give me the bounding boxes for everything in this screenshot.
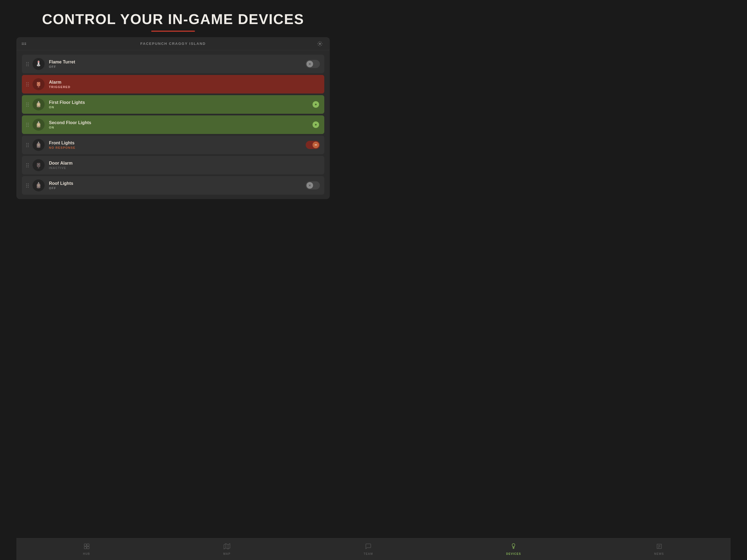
device-icon-light [32,119,45,131]
title-underline [151,31,195,32]
drag-handle[interactable] [26,163,29,167]
svg-point-20 [37,144,40,146]
drag-handle[interactable] [26,123,29,127]
svg-point-26 [38,164,39,165]
device-info: Second Floor Lights ON [49,120,306,129]
svg-point-14 [315,104,317,105]
svg-rect-9 [38,86,40,87]
svg-point-4 [38,61,39,62]
device-info: Alarm TRIGGERED [49,80,320,88]
toggle-button[interactable] [306,121,320,129]
device-row: Roof Lights OFF [22,176,324,195]
device-status: TRIGGERED [49,85,320,88]
drag-handle[interactable] [26,82,29,86]
svg-point-10 [38,83,39,84]
svg-point-18 [315,124,317,126]
drag-handle[interactable] [26,183,29,187]
device-name: Door Alarm [49,161,320,166]
device-name: Front Lights [49,141,306,146]
svg-rect-17 [38,121,39,123]
toggle-button[interactable] [306,141,320,149]
drag-handle[interactable] [26,103,29,107]
device-status: OFF [49,186,306,190]
device-info: Roof Lights OFF [49,181,306,190]
toggle-button[interactable] [306,60,320,68]
device-name: Second Floor Lights [49,120,306,125]
container-header: FACEPUNCH CRAGGY ISLAND [17,37,330,50]
svg-rect-29 [38,182,39,183]
device-status: ON [49,126,306,129]
device-icon-alarm [32,78,45,90]
drag-handle[interactable] [26,143,29,147]
svg-rect-13 [38,101,39,103]
toggle-button[interactable] [306,100,320,108]
server-name: FACEPUNCH CRAGGY ISLAND [140,42,206,46]
toggle-button[interactable] [306,181,320,189]
device-row: Alarm TRIGGERED [22,75,324,94]
device-icon-light [32,139,45,151]
device-name: First Floor Lights [49,100,306,105]
device-row: First Floor Lights ON [22,95,324,114]
device-row: Second Floor Lights ON [22,116,324,134]
device-status: ON [49,105,306,109]
device-status: NO RESPONSE [49,146,306,149]
svg-point-28 [37,184,40,187]
device-row: Flame Turret OFF [22,55,324,73]
device-row: Door Alarm INACTIVE [22,156,324,175]
device-status: INACTIVE [49,166,320,170]
device-icon-light [32,179,45,192]
page-title: CONTROL YOUR IN-GAME DEVICES [0,11,346,27]
svg-rect-25 [38,167,40,168]
svg-point-3 [38,65,40,67]
main-container: FACEPUNCH CRAGGY ISLAND [17,37,330,199]
device-icon-light [32,98,45,110]
svg-rect-21 [38,142,39,143]
device-icon-turret [32,58,45,70]
gear-icon [317,41,323,47]
drag-handle[interactable] [26,62,29,66]
device-info: Door Alarm INACTIVE [49,161,320,170]
menu-icon[interactable] [22,43,26,45]
device-icon-alarm-small [32,159,45,171]
svg-point-16 [37,123,40,126]
device-info: Flame Turret OFF [49,59,306,68]
device-row: Front Lights NO RESPONSE [22,136,324,154]
page-title-section: CONTROL YOUR IN-GAME DEVICES [0,0,346,37]
device-name: Alarm [49,80,320,85]
device-name: Roof Lights [49,181,306,186]
device-status: OFF [49,65,306,68]
device-info: First Floor Lights ON [49,100,306,109]
settings-button[interactable] [315,40,324,48]
devices-list: Flame Turret OFF [17,50,330,199]
device-info: Front Lights NO RESPONSE [49,141,306,149]
svg-point-12 [37,103,40,106]
device-name: Flame Turret [49,59,306,65]
svg-point-0 [319,43,321,44]
